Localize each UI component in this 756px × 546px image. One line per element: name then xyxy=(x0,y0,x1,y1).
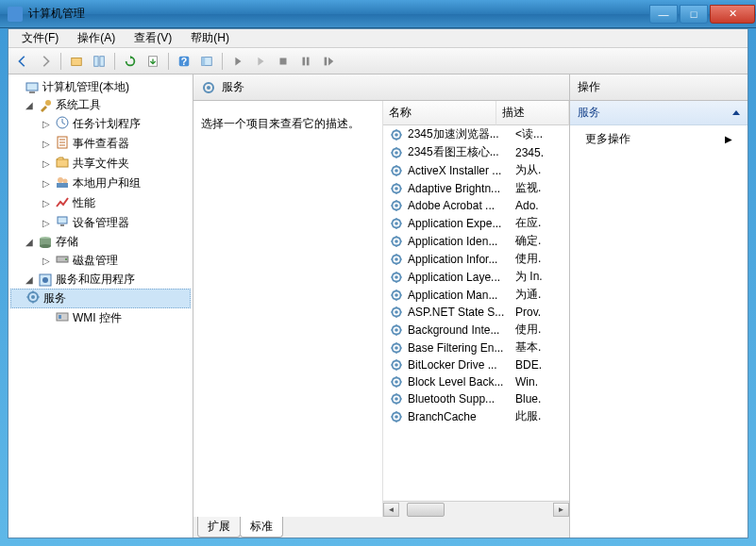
back-button[interactable] xyxy=(12,51,33,72)
service-icon xyxy=(389,216,404,231)
tree-item[interactable]: ▷本地用户和组 xyxy=(10,174,191,193)
tree-item[interactable]: ▷性能 xyxy=(10,193,191,213)
svg-rect-33 xyxy=(59,315,61,319)
maximize-button[interactable]: □ xyxy=(680,5,708,24)
up-button[interactable] xyxy=(66,51,87,72)
help-button[interactable]: ? xyxy=(174,51,194,72)
horizontal-scrollbar[interactable]: ◄ ► xyxy=(383,501,569,517)
svg-point-53 xyxy=(395,275,398,279)
close-button[interactable]: ✕ xyxy=(710,5,755,24)
tree-label: 本地用户和组 xyxy=(73,175,141,191)
list-item[interactable]: Application Iden...确定. xyxy=(383,232,569,250)
list-item[interactable]: BranchCache此服. xyxy=(383,407,569,425)
actions-section-services[interactable]: 服务 xyxy=(570,101,748,125)
service-name: 2345加速浏览器... xyxy=(408,126,510,142)
refresh-button[interactable] xyxy=(120,51,141,72)
menu-file[interactable]: 文件(F) xyxy=(12,28,68,48)
scroll-thumb[interactable] xyxy=(407,503,445,517)
expand-icon[interactable]: ▷ xyxy=(41,158,52,169)
service-icon xyxy=(389,127,404,142)
tree-item[interactable]: ▷任务计划程序 xyxy=(10,114,191,134)
menu-view[interactable]: 查看(V) xyxy=(125,28,181,48)
svg-point-57 xyxy=(395,310,398,314)
stop-button-disabled[interactable] xyxy=(250,51,271,72)
list-item[interactable]: ActiveX Installer ...为从. xyxy=(383,161,569,179)
collapse-icon[interactable]: ◢ xyxy=(24,100,35,110)
toolbar-separator xyxy=(222,53,223,70)
svg-point-37 xyxy=(395,133,398,137)
export-button[interactable] xyxy=(143,51,163,72)
expand-icon[interactable]: ▷ xyxy=(41,218,52,228)
scroll-left-button[interactable]: ◄ xyxy=(383,503,399,517)
window-title: 计算机管理 xyxy=(28,6,648,22)
description-prompt: 选择一个项目来查看它的描述。 xyxy=(193,101,382,517)
tree-group-storage[interactable]: ◢ 存储 xyxy=(10,233,191,251)
tree-group-system-tools[interactable]: ◢ 系统工具 xyxy=(10,96,191,114)
service-name: Base Filtering En... xyxy=(408,341,510,355)
menu-action[interactable]: 操作(A) xyxy=(68,28,125,48)
list-rows[interactable]: 2345加速浏览器...<读...2345看图王核心...2345.Active… xyxy=(383,125,569,501)
collapse-icon[interactable]: ◢ xyxy=(24,237,35,247)
service-desc: Blue. xyxy=(510,392,569,405)
list-item[interactable]: ASP.NET State S...Prov. xyxy=(383,304,569,321)
tree-root[interactable]: 计算机管理(本地) xyxy=(10,78,191,96)
service-name: Application Iden... xyxy=(408,235,510,248)
toolbar-separator xyxy=(60,53,61,70)
node-icon xyxy=(23,290,43,307)
tree-item[interactable]: ▷共享文件夹 xyxy=(10,154,191,174)
menu-help[interactable]: 帮助(H) xyxy=(181,28,239,48)
list-item[interactable]: Adobe Acrobat ...Ado. xyxy=(383,197,569,214)
list-item[interactable]: Application Man...为通. xyxy=(383,286,569,304)
pause-button[interactable] xyxy=(295,51,316,72)
svg-point-25 xyxy=(40,244,51,248)
service-desc: 为通. xyxy=(510,287,569,303)
column-name[interactable]: 名称 xyxy=(383,101,496,125)
list-item[interactable]: 2345看图王核心...2345. xyxy=(383,143,569,161)
list-item[interactable]: Background Inte...使用. xyxy=(383,321,569,339)
service-desc: BDE. xyxy=(510,358,569,372)
collapse-icon[interactable]: ◢ xyxy=(24,274,35,285)
restart-button[interactable] xyxy=(318,51,339,72)
actions-more[interactable]: 更多操作 ▶ xyxy=(570,125,748,153)
expand-icon[interactable]: ▷ xyxy=(41,198,52,208)
tree-panel[interactable]: 计算机管理(本地) ◢ 系统工具 ▷任务计划程序▷事件查看器▷共享文件夹▷本地用… xyxy=(8,74,193,538)
minimize-button[interactable]: — xyxy=(649,5,678,24)
forward-button[interactable] xyxy=(35,51,56,72)
list-item[interactable]: 2345加速浏览器...<读... xyxy=(383,125,569,143)
expand-icon[interactable]: ▷ xyxy=(41,139,52,149)
expand-icon[interactable]: ▷ xyxy=(41,256,52,266)
service-name: Bluetooth Supp... xyxy=(408,392,510,405)
list-item[interactable]: Base Filtering En...基本. xyxy=(383,339,569,356)
expand-icon[interactable]: ▷ xyxy=(41,178,52,189)
list-item[interactable]: Application Infor...使用. xyxy=(383,250,569,268)
list-item[interactable]: Application Expe...在应. xyxy=(383,214,569,232)
list-item[interactable]: Bluetooth Supp...Blue. xyxy=(383,390,569,407)
expand-icon[interactable]: ▷ xyxy=(41,119,52,129)
list-item[interactable]: BitLocker Drive ...BDE. xyxy=(383,356,569,373)
show-hide-button[interactable] xyxy=(196,51,217,72)
column-desc[interactable]: 描述 xyxy=(496,101,569,125)
service-name: BranchCache xyxy=(408,410,510,423)
svg-point-35 xyxy=(207,86,210,90)
tab-standard[interactable]: 标准 xyxy=(240,517,283,538)
tree-group-services-apps[interactable]: ◢ 服务和应用程序 xyxy=(10,271,191,289)
svg-rect-20 xyxy=(57,183,68,188)
list-item[interactable]: Block Level Back...Win. xyxy=(383,373,569,390)
tree-item[interactable]: ▷磁盘管理 xyxy=(10,251,191,271)
scroll-right-button[interactable]: ► xyxy=(553,503,569,517)
svg-point-47 xyxy=(395,222,398,225)
service-icon xyxy=(389,163,404,178)
svg-rect-7 xyxy=(202,57,206,65)
tree-item[interactable]: ▷事件查看器 xyxy=(10,134,191,154)
tab-extended[interactable]: 扩展 xyxy=(197,517,241,538)
list-item[interactable]: Application Laye...为 In. xyxy=(383,268,569,286)
start-button[interactable] xyxy=(227,51,248,72)
svg-rect-13 xyxy=(29,91,35,93)
list-item[interactable]: Adaptive Brightn...监视. xyxy=(383,179,569,197)
tree-item[interactable]: ▷设备管理器 xyxy=(10,213,191,233)
svg-point-45 xyxy=(395,204,398,207)
tree-item[interactable]: 服务 xyxy=(10,289,191,308)
properties-button[interactable] xyxy=(89,51,109,72)
tree-item[interactable]: WMI 控件 xyxy=(10,308,191,328)
stop-button[interactable] xyxy=(273,51,294,72)
